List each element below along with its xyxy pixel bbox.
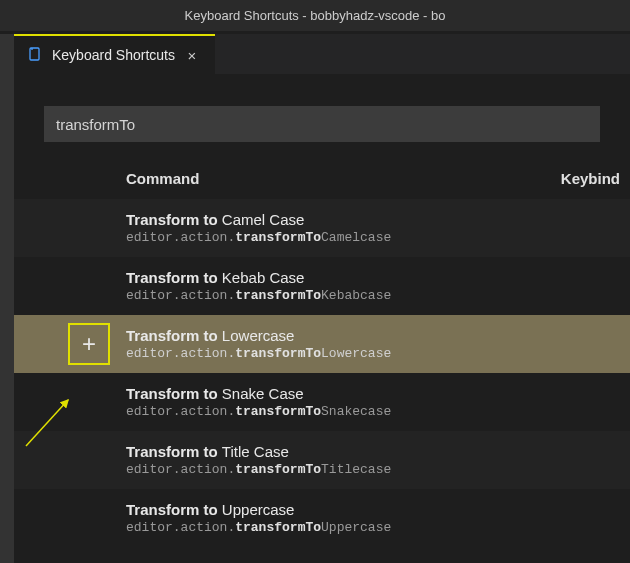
command-id: editor.action.transformToLowercase [126,346,391,361]
tab-label: Keyboard Shortcuts [52,47,175,63]
row-content: Transform to Snake Caseeditor.action.tra… [126,385,391,419]
keyboard-shortcuts-panel: Command Keybind Transform to Camel Casee… [14,74,630,563]
close-icon[interactable]: × [183,46,201,64]
window-title: Keyboard Shortcuts - bobbyhadz-vscode - … [0,0,630,31]
add-keybinding-button[interactable]: + [68,323,110,365]
table-row[interactable]: Transform to Camel Caseeditor.action.tra… [14,199,630,257]
search-box[interactable] [44,106,600,142]
command-id: editor.action.transformToUppercase [126,520,391,535]
command-id: editor.action.transformToTitlecase [126,462,391,477]
results-list: Transform to Camel Caseeditor.action.tra… [14,199,630,547]
row-content: Transform to Title Caseeditor.action.tra… [126,443,391,477]
tab-bar: Keyboard Shortcuts × [14,34,630,74]
header-keybinding[interactable]: Keybind [561,170,630,187]
row-content: Transform to Lowercaseeditor.action.tran… [126,327,391,361]
command-id: editor.action.transformToSnakecase [126,404,391,419]
table-row[interactable]: Transform to Kebab Caseeditor.action.tra… [14,257,630,315]
table-row[interactable]: Transform to Title Caseeditor.action.tra… [14,431,630,489]
row-content: Transform to Kebab Caseeditor.action.tra… [126,269,391,303]
table-row[interactable]: Transform to Snake Caseeditor.action.tra… [14,373,630,431]
command-label: Transform to Snake Case [126,385,391,402]
row-content: Transform to Camel Caseeditor.action.tra… [126,211,391,245]
row-content: Transform to Uppercaseeditor.action.tran… [126,501,391,535]
command-id: editor.action.transformToCamelcase [126,230,391,245]
command-label: Transform to Lowercase [126,327,391,344]
command-label: Transform to Kebab Case [126,269,391,286]
command-id: editor.action.transformToKebabcase [126,288,391,303]
table-row[interactable]: +Transform to Lowercaseeditor.action.tra… [14,315,630,373]
header-command[interactable]: Command [14,170,561,187]
command-label: Transform to Title Case [126,443,391,460]
command-label: Transform to Camel Case [126,211,391,228]
keyboard-shortcuts-icon [28,47,44,63]
search-input[interactable] [56,116,588,133]
tab-keyboard-shortcuts[interactable]: Keyboard Shortcuts × [14,34,215,74]
table-header: Command Keybind [14,142,630,199]
table-row[interactable]: Transform to Uppercaseeditor.action.tran… [14,489,630,547]
activity-bar [0,34,14,563]
command-label: Transform to Uppercase [126,501,391,518]
